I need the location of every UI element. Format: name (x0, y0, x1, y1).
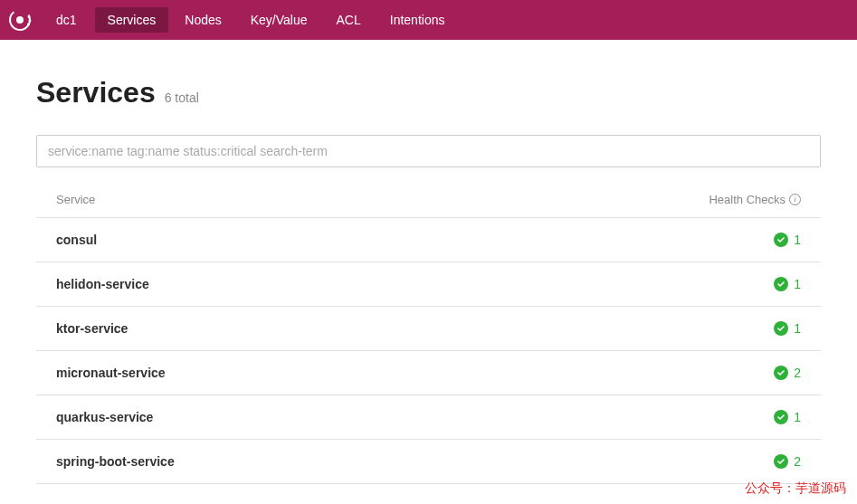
svg-point-4 (27, 24, 30, 26)
health-checks: 1 (774, 277, 801, 291)
health-count: 2 (794, 366, 801, 380)
search-input[interactable] (36, 135, 821, 167)
top-nav: dc1 ServicesNodesKey/ValueACLIntentions (0, 0, 857, 40)
health-count: 1 (794, 277, 801, 291)
health-checks: 1 (774, 233, 801, 247)
page-title: Services (36, 76, 156, 109)
service-row[interactable]: ktor-service1 (36, 307, 821, 351)
service-name: quarkus-service (56, 410, 153, 424)
table-header: Service Health Checks i (36, 193, 821, 217)
health-checks: 1 (774, 410, 801, 424)
service-name: ktor-service (56, 321, 128, 336)
check-passing-icon (774, 410, 788, 424)
col-health-label: Health Checks (709, 193, 786, 206)
nav-item-nodes[interactable]: Nodes (172, 7, 233, 33)
check-passing-icon (774, 321, 788, 336)
service-row[interactable]: helidon-service1 (36, 262, 821, 307)
check-passing-icon (774, 454, 788, 469)
page-subtitle: 6 total (165, 90, 199, 105)
health-count: 2 (794, 454, 801, 469)
svg-point-2 (28, 16, 31, 19)
col-service-label: Service (56, 193, 95, 206)
svg-point-3 (29, 20, 32, 23)
health-checks: 2 (774, 366, 801, 380)
info-icon[interactable]: i (789, 194, 801, 205)
nav-item-acl[interactable]: ACL (324, 7, 374, 33)
page-header: Services 6 total (36, 76, 821, 109)
check-passing-icon (774, 277, 788, 291)
watermark-text: 公众号：芋道源码 (745, 480, 846, 484)
check-passing-icon (774, 366, 788, 380)
health-checks: 1 (774, 321, 801, 336)
nav-item-key-value[interactable]: Key/Value (238, 7, 320, 33)
health-count: 1 (794, 410, 801, 424)
page-content: Services 6 total Service Health Checks i… (0, 40, 857, 484)
nav-item-intentions[interactable]: Intentions (377, 7, 458, 33)
consul-logo-icon (7, 7, 33, 33)
health-count: 1 (794, 321, 801, 336)
nav-item-services[interactable]: Services (95, 7, 169, 33)
health-checks: 2 (774, 454, 801, 469)
service-list: consul1helidon-service1ktor-service1micr… (36, 217, 821, 484)
service-row[interactable]: quarkus-service1 (36, 395, 821, 440)
service-name: micronaut-service (56, 366, 166, 380)
service-name: consul (56, 233, 97, 247)
svg-point-1 (16, 16, 24, 24)
service-row[interactable]: micronaut-service2 (36, 351, 821, 395)
service-row[interactable]: spring-boot-service2 (36, 440, 821, 484)
service-name: spring-boot-service (56, 454, 175, 469)
datacenter-selector[interactable]: dc1 (43, 7, 90, 33)
service-row[interactable]: consul1 (36, 218, 821, 262)
health-count: 1 (794, 233, 801, 247)
service-name: helidon-service (56, 277, 149, 291)
check-passing-icon (774, 233, 788, 247)
